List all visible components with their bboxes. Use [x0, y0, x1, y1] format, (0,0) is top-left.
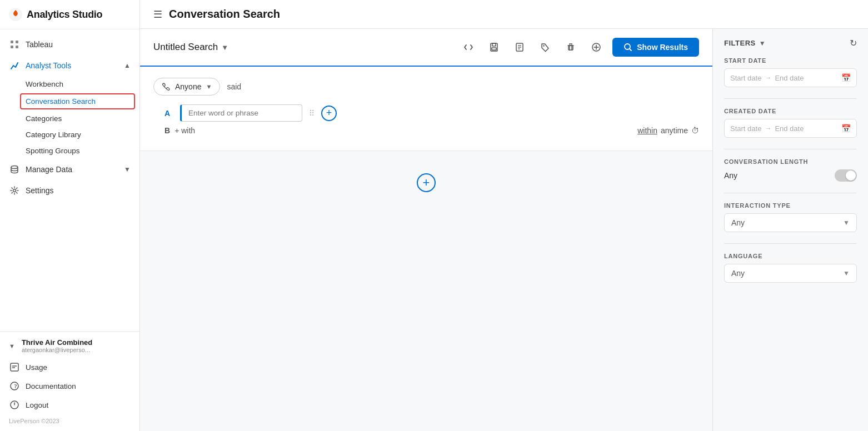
sidebar-item-analyst-tools[interactable]: Analyst Tools ▲: [0, 55, 139, 76]
code-icon-button[interactable]: [459, 38, 478, 57]
language-chevron: ▼: [843, 269, 850, 277]
tag-icon-button[interactable]: [536, 38, 555, 57]
save-icon-button[interactable]: [485, 38, 503, 57]
search-title-chevron: ▼: [221, 43, 228, 52]
sidebar-item-conversation-search[interactable]: Conversation Search: [20, 93, 135, 109]
delete-icon-button[interactable]: [561, 38, 580, 57]
within-label[interactable]: within: [637, 126, 657, 135]
speaker-chevron: ▼: [206, 83, 212, 90]
add-condition-button[interactable]: +: [417, 173, 436, 192]
settings-label: Settings: [26, 186, 54, 195]
speaker-row: Anyone ▼ said: [153, 78, 699, 96]
sidebar-item-categories[interactable]: Categories: [0, 111, 139, 127]
interaction-type-select[interactable]: Any ▼: [724, 213, 857, 232]
language-value: Any: [731, 269, 745, 278]
search-toolbar: Untitled Search ▼: [140, 29, 712, 67]
account-info: Thrive Air Combined atergaonkar@livepers…: [22, 338, 131, 353]
tableau-icon: [9, 39, 20, 50]
created-date-title: CREATED DATE: [724, 108, 857, 114]
svg-point-21: [543, 45, 545, 46]
sidebar-nav: Tableau Analyst Tools ▲ Workbench Conver…: [0, 29, 139, 331]
filters-chevron[interactable]: ▼: [759, 39, 766, 47]
conv-length-toggle[interactable]: [835, 169, 857, 182]
conv-length-title: CONVERSATION LENGTH: [724, 158, 857, 165]
interaction-type-section: INTERACTION TYPE Any ▼: [724, 202, 857, 232]
main-content: Untitled Search ▼: [140, 29, 868, 431]
account-row[interactable]: ▼ Thrive Air Combined atergaonkar@livepe…: [9, 338, 131, 353]
usage-icon: [9, 362, 20, 373]
phrase-input-a[interactable]: [180, 104, 302, 122]
documentation-icon: ?: [9, 380, 20, 392]
brand-row: Analytics Studio: [9, 8, 131, 21]
created-date-input[interactable]: Start date → End date 📅: [724, 119, 857, 138]
end-date-placeholder: End date: [775, 74, 804, 82]
separator-4: [724, 243, 857, 244]
sidebar-footer: ▼ Thrive Air Combined atergaonkar@livepe…: [0, 331, 139, 431]
filters-title: FILTERS: [724, 39, 756, 47]
logout-label: Logout: [26, 401, 48, 409]
footer-item-usage[interactable]: Usage: [9, 358, 131, 377]
svg-rect-16: [492, 48, 496, 50]
search-area: Untitled Search ▼: [140, 29, 712, 431]
interaction-type-chevron: ▼: [843, 219, 850, 227]
sidebar-item-spotting-groups[interactable]: Spotting Groups: [0, 143, 139, 159]
speaker-dropdown[interactable]: Anyone ▼: [153, 78, 220, 96]
main-header: ☰ Conversation Search: [140, 0, 868, 29]
analyst-tools-chevron: ▲: [124, 62, 131, 69]
separator-1: [724, 98, 857, 99]
add-search-icon-button[interactable]: [587, 38, 606, 57]
drag-handle-a[interactable]: ⠿: [309, 109, 315, 118]
sidebar: Analytics Studio Tableau Analyst Tools ▲…: [0, 0, 140, 431]
show-results-label: Show Results: [637, 43, 688, 52]
phone-icon: [162, 82, 171, 91]
calendar-icon-1: 📅: [841, 73, 851, 82]
language-select[interactable]: Any ▼: [724, 264, 857, 283]
start-date-placeholder: Start date: [730, 74, 761, 82]
conv-length-section: CONVERSATION LENGTH Any: [724, 158, 857, 182]
sidebar-item-workbench[interactable]: Workbench: [0, 76, 139, 92]
sidebar-copyright: LivePerson ©2023: [9, 414, 131, 424]
account-email: atergaonkar@livepersо...: [22, 347, 111, 353]
within-section: within anytime ⏱: [637, 126, 699, 135]
analyst-tools-subnav: Workbench Conversation Search Categories…: [0, 76, 139, 159]
analyst-tools-label: Analyst Tools: [26, 61, 71, 70]
filters-header: FILTERS ▼ ↻: [724, 38, 857, 48]
book-icon-button[interactable]: [510, 38, 529, 57]
date-arrow-2: →: [765, 124, 771, 132]
row-b-label: B: [164, 126, 170, 135]
interaction-type-value: Any: [731, 218, 745, 227]
footer-item-documentation[interactable]: ? Documentation: [9, 377, 131, 395]
start-date-input[interactable]: Start date → End date 📅: [724, 68, 857, 87]
speaker-label: Anyone: [175, 82, 201, 91]
sidebar-item-tableau[interactable]: Tableau: [0, 34, 139, 55]
created-date-section: CREATED DATE Start date → End date 📅: [724, 108, 857, 138]
sidebar-item-category-library[interactable]: Category Library: [0, 127, 139, 143]
show-results-button[interactable]: Show Results: [612, 38, 699, 57]
add-phrase-a-button[interactable]: +: [321, 106, 337, 121]
svg-rect-7: [11, 363, 18, 371]
sidebar-item-manage-data[interactable]: Manage Data ▼: [0, 159, 139, 180]
conv-length-value: Any: [724, 171, 737, 180]
svg-rect-2: [16, 41, 18, 43]
hamburger-icon[interactable]: ☰: [153, 8, 162, 21]
manage-data-chevron: ▼: [124, 166, 131, 173]
query-section: Anyone ▼ said A ⠿ + B + with: [140, 67, 712, 151]
conv-length-row: Any: [724, 169, 857, 182]
svg-rect-3: [11, 46, 13, 48]
search-title-dropdown[interactable]: Untitled Search ▼: [153, 42, 265, 53]
usage-label: Usage: [26, 363, 47, 372]
add-condition-row: +: [140, 151, 712, 203]
svg-rect-15: [492, 43, 496, 46]
svg-rect-1: [11, 41, 13, 43]
settings-icon: [9, 185, 20, 196]
tableau-label: Tableau: [26, 40, 53, 49]
footer-item-logout[interactable]: Logout: [9, 395, 131, 414]
sidebar-item-settings[interactable]: Settings: [0, 180, 139, 201]
refresh-icon[interactable]: ↻: [850, 38, 857, 48]
svg-rect-4: [16, 46, 18, 48]
start-date-title: START DATE: [724, 57, 857, 64]
documentation-label: Documentation: [26, 382, 76, 390]
interaction-type-title: INTERACTION TYPE: [724, 202, 857, 209]
svg-rect-22: [568, 46, 573, 50]
manage-data-label: Manage Data: [26, 165, 72, 174]
